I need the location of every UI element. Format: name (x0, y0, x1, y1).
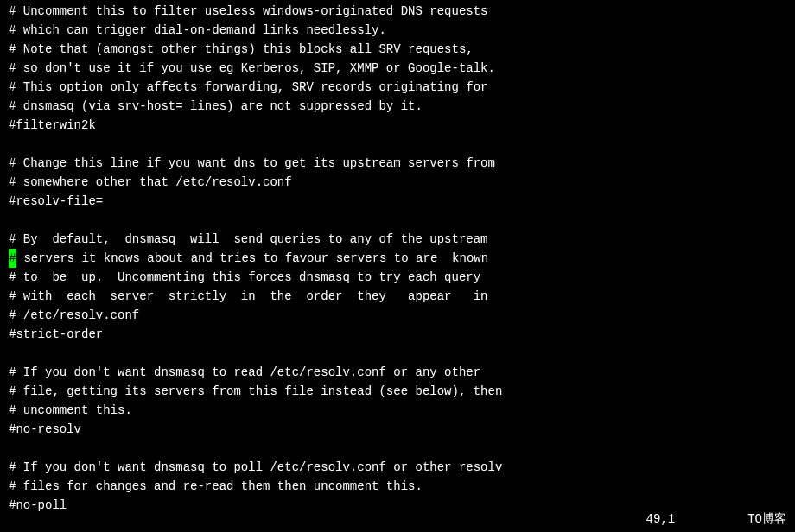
config-line: # file, getting its servers from this fi… (9, 382, 786, 401)
config-line: # If you don't want dnsmasq to read /etc… (9, 363, 786, 382)
config-line: # By default, dnsmasq will send queries … (9, 230, 786, 249)
config-line: # servers it knows about and tries to fa… (9, 249, 786, 268)
config-line: # to be up. Uncommenting this forces dns… (9, 268, 786, 287)
vim-status-bar: 49,1 TO博客 (646, 510, 786, 529)
config-line: #strict-order (9, 325, 786, 344)
config-line: # If you don't want dnsmasq to poll /etc… (9, 458, 786, 477)
config-line: # Note that (amongst other things) this … (9, 40, 786, 59)
config-line: # so don't use it if you use eg Kerberos… (9, 59, 786, 78)
config-line: # somewhere other that /etc/resolv.conf (9, 173, 786, 192)
config-line: # uncomment this. (9, 401, 786, 420)
editor-view[interactable]: # Uncomment this to filter useless windo… (9, 2, 786, 515)
config-line: #resolv-file= (9, 192, 786, 211)
config-line: # with each server strictly in the order… (9, 287, 786, 306)
cursor: # (9, 249, 16, 268)
config-line (9, 211, 786, 230)
config-line (9, 344, 786, 363)
config-line: # dnsmasq (via srv-host= lines) are not … (9, 97, 786, 116)
config-line (9, 439, 786, 458)
config-line (9, 135, 786, 154)
config-line: # which can trigger dial-on-demand links… (9, 21, 786, 40)
config-line: #filterwin2k (9, 116, 786, 135)
config-line: # Uncomment this to filter useless windo… (9, 2, 786, 21)
config-line: # files for changes and re-read them the… (9, 477, 786, 496)
config-line: # /etc/resolv.conf (9, 306, 786, 325)
config-line: #no-resolv (9, 420, 786, 439)
config-line: # Change this line if you want dns to ge… (9, 154, 786, 173)
config-line: # This option only affects forwarding, S… (9, 78, 786, 97)
